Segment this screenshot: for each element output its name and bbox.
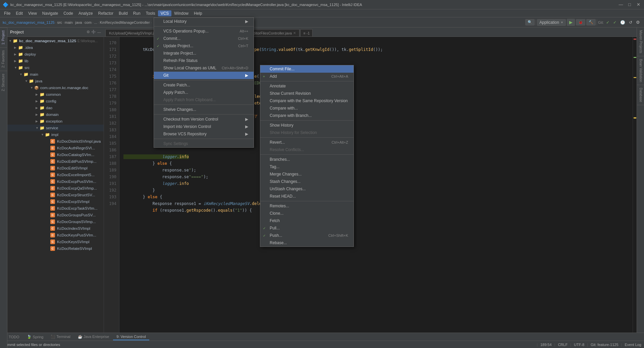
git-history-btn[interactable]: 🕐 (619, 19, 627, 25)
status-position[interactable]: 189:54 (540, 343, 552, 347)
tree-item-root[interactable]: ▼ 📁 kc_doc_managesvc_msa_1125 E:\Workspa… (7, 38, 104, 44)
tree-item-idea[interactable]: ▶ 📁 .idea (7, 44, 104, 51)
git-rebase[interactable]: Rebase... (260, 239, 354, 247)
breadcrumb-src[interactable]: src (57, 20, 62, 24)
menu-refactor[interactable]: Refactor (96, 10, 116, 16)
tree-item-service[interactable]: ▼ 📁 service (7, 125, 104, 131)
list-item[interactable]: C KcDocAuthRegnSVI... (7, 145, 104, 151)
close-button[interactable]: ✕ (635, 2, 641, 8)
menu-vcs[interactable]: VCS (158, 10, 172, 16)
list-item[interactable]: C KcDocExcpTaskSVIm... (7, 205, 104, 212)
list-item[interactable]: C KcDocEditSVImpl (7, 165, 104, 171)
git-commit-btn[interactable]: ✓ (605, 19, 611, 25)
list-item[interactable]: C KcDocExcpPusSVIm... (7, 178, 104, 185)
list-item[interactable]: C KcDocRelateSVImpl (7, 245, 104, 252)
list-item[interactable]: C KcDocCatalogSVIm... (7, 151, 104, 158)
vcs-git[interactable]: Git ▶ (154, 72, 254, 79)
menu-edit[interactable]: Edit (13, 10, 25, 16)
git-unstash-changes[interactable]: UnStash Changes... (260, 185, 354, 193)
git-revert[interactable]: Revert... Ctrl+Alt+Z (260, 139, 354, 146)
tree-item-domain[interactable]: ▶ 📁 domain (7, 111, 104, 118)
list-item[interactable]: C KcDocExcpStructSV... (7, 192, 104, 198)
git-remotes[interactable]: Remotes... (260, 202, 354, 210)
vcs-create-patch[interactable]: Create Patch... (154, 81, 254, 89)
menu-navigate[interactable]: Navigate (40, 10, 61, 16)
vcs-shelve-changes[interactable]: Shelve Changes... (154, 106, 254, 113)
tree-item-config[interactable]: ▶ 📁 config (7, 98, 104, 105)
maximize-button[interactable]: □ (627, 2, 633, 8)
breadcrumb-main[interactable]: main (65, 20, 73, 24)
git-push[interactable]: ✓ Push... Ctrl+Shift+K (260, 232, 354, 239)
project-gear-icon[interactable]: ➕ (91, 30, 96, 34)
tree-item-exception[interactable]: ▶ 📁 exception (7, 118, 104, 125)
list-item[interactable]: C KcDocKeysSVImpl (7, 238, 104, 245)
list-item[interactable]: C KcDocExcpSVImpl (7, 198, 104, 205)
tab-java-enterprise[interactable]: ☕ Java Enterprise (74, 334, 112, 340)
list-item[interactable]: C KcDocExcelImportS... (7, 171, 104, 178)
tree-item-common[interactable]: ▶ 📁 common (7, 91, 104, 98)
vcs-operations-popup[interactable]: VCS Operations Popup... Alt++ (154, 27, 254, 35)
tree-item-src[interactable]: ▼ 📁 src (7, 64, 104, 71)
tab-spring[interactable]: 🍃 Spring (23, 334, 47, 340)
git-show-history[interactable]: Show History (260, 122, 354, 129)
panel-tab-favorites[interactable]: 2: Favorites (0, 47, 7, 70)
breadcrumb-file[interactable]: KmRecycledManageController (100, 20, 150, 24)
menu-run[interactable]: Run (130, 10, 143, 16)
status-crlf[interactable]: CRLF (558, 343, 568, 347)
vcs-local-history[interactable]: Local History ▶ (154, 18, 254, 25)
menu-code[interactable]: Code (61, 10, 76, 16)
breadcrumb-item[interactable]: kc_doc_managesvc_msa_1125 (3, 20, 55, 24)
panel-tab-structure[interactable]: Z: Structure (0, 71, 7, 94)
minimize-button[interactable]: — (618, 2, 624, 8)
git-fetch[interactable]: Fetch (260, 217, 354, 224)
list-item[interactable]: C KcDocGroupsPusSV... (7, 212, 104, 218)
git-tag[interactable]: Tag... (260, 163, 354, 170)
menu-window[interactable]: Window (171, 10, 191, 16)
menu-build[interactable]: Build (116, 10, 130, 16)
list-item[interactable]: C KcDocIndexSVImpl (7, 225, 104, 232)
tab-extra[interactable]: ≡ -1 (300, 29, 313, 37)
git-compare-same-repo[interactable]: Compare with the Same Repository Version (260, 97, 354, 105)
panel-tab-database[interactable]: Database (637, 85, 644, 105)
git-show-current-revision[interactable]: Show Current Revision (260, 90, 354, 97)
panel-tab-project[interactable]: 1: Project (0, 27, 7, 47)
tree-item-java[interactable]: ▼ 📁 java (7, 78, 104, 84)
tab-terminal[interactable]: ⬛ Terminal (47, 334, 73, 340)
status-git[interactable]: Git: feature-1125 (591, 343, 619, 347)
git-merge-changes[interactable]: Merge Changes... (260, 170, 354, 178)
vcs-commit[interactable]: ✓ Commit... Ctrl+K (154, 35, 254, 42)
tree-item-main[interactable]: ▼ 📁 main (7, 71, 104, 78)
git-reset-head[interactable]: Reset HEAD... (260, 193, 354, 200)
tree-item-package[interactable]: ▼ 📦 com.unicom.kc.manage.doc (7, 84, 104, 91)
settings-button[interactable]: ⚙ (635, 19, 641, 25)
vcs-integrate-project[interactable]: Integrate Project... (154, 50, 254, 57)
git-annotate[interactable]: Annotate (260, 82, 354, 90)
tab-version-control[interactable]: 9: Version Control (113, 334, 149, 340)
breadcrumb-dots[interactable]: ... (94, 20, 97, 24)
git-branches[interactable]: Branches... (260, 156, 354, 163)
menu-tools[interactable]: Tools (143, 10, 158, 16)
event-log[interactable]: Event Log (625, 343, 641, 347)
build-button[interactable]: 🔨 (586, 19, 596, 25)
list-item[interactable]: C KcDocEditPusSVImp... (7, 158, 104, 165)
vcs-browse-vcs-repository[interactable]: Browse VCS Repository ▶ (154, 130, 254, 138)
search-everywhere-button[interactable]: 🔍 (525, 19, 535, 25)
list-item[interactable]: C KcDocGroupsSVImp... (7, 218, 104, 225)
project-header-icon[interactable]: ⚙ (87, 30, 90, 34)
breadcrumb-com[interactable]: com (85, 20, 92, 24)
list-item[interactable]: C KcDocKeysPusSVIm... (7, 232, 104, 238)
list-item[interactable]: C KcDocDistrictSVImpl.java (7, 138, 104, 145)
panel-tab-bean-validation[interactable]: Bean Validation (637, 56, 644, 85)
panel-tab-maven[interactable]: Maven Projects (637, 27, 644, 56)
menu-file[interactable]: File (1, 10, 13, 16)
git-pull[interactable]: ✓ Pull... (260, 224, 354, 232)
git-rollback-btn[interactable]: ↺ (628, 19, 634, 25)
menu-analyze[interactable]: Analyze (76, 10, 96, 16)
debug-button[interactable]: 🐞 (576, 19, 585, 25)
run-config-selector[interactable]: Application ▼ (537, 19, 566, 26)
git-commit-file[interactable]: Commit File... (260, 65, 354, 73)
vcs-refresh-file-status[interactable]: Refresh File Status (154, 57, 254, 64)
git-compare-branch[interactable]: Compare with Branch... (260, 112, 354, 119)
breadcrumb-java[interactable]: java (75, 20, 82, 24)
vcs-update-project[interactable]: ✓ Update Project... Ctrl+T (154, 42, 254, 50)
